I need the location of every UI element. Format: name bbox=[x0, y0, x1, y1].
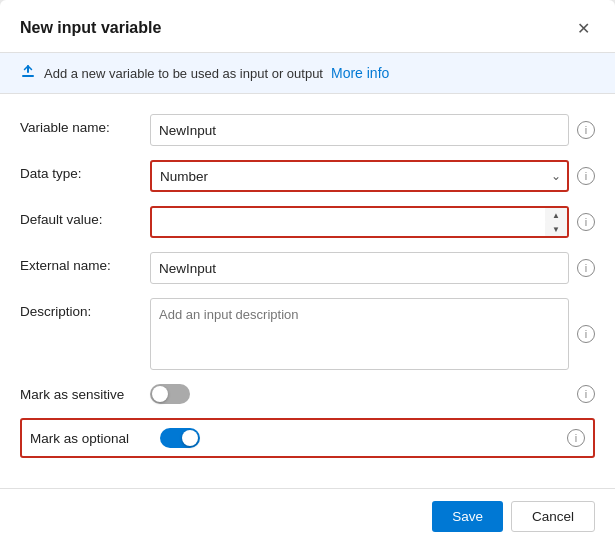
external-name-field: i bbox=[150, 252, 595, 284]
external-name-row: External name: i bbox=[20, 252, 595, 284]
description-textarea[interactable] bbox=[150, 298, 569, 370]
more-info-link[interactable]: More info bbox=[331, 65, 389, 81]
mark-sensitive-field: i bbox=[150, 384, 595, 404]
external-name-info-icon: i bbox=[577, 259, 595, 277]
default-value-input[interactable] bbox=[150, 206, 569, 238]
data-type-select-wrapper: Number Text Boolean List ⌄ bbox=[150, 160, 569, 192]
variable-name-input[interactable] bbox=[150, 114, 569, 146]
external-name-label: External name: bbox=[20, 252, 150, 273]
banner-text: Add a new variable to be used as input o… bbox=[44, 66, 323, 81]
variable-name-info-icon: i bbox=[577, 121, 595, 139]
info-banner: Add a new variable to be used as input o… bbox=[0, 53, 615, 94]
description-info-icon: i bbox=[577, 325, 595, 343]
data-type-label: Data type: bbox=[20, 160, 150, 181]
data-type-info-icon: i bbox=[577, 167, 595, 185]
default-value-info-icon: i bbox=[577, 213, 595, 231]
toggle-thumb-sensitive bbox=[152, 386, 168, 402]
default-value-label: Default value: bbox=[20, 206, 150, 227]
mark-optional-toggle[interactable] bbox=[160, 428, 200, 448]
cancel-button[interactable]: Cancel bbox=[511, 501, 595, 532]
mark-sensitive-info-icon: i bbox=[577, 385, 595, 403]
upload-icon bbox=[20, 63, 36, 83]
save-button[interactable]: Save bbox=[432, 501, 503, 532]
default-value-field: ▲ ▼ i bbox=[150, 206, 595, 238]
mark-sensitive-label: Mark as sensitive bbox=[20, 387, 150, 402]
default-value-row: Default value: ▲ ▼ i bbox=[20, 206, 595, 238]
data-type-select[interactable]: Number Text Boolean List bbox=[150, 160, 569, 192]
dialog-body: Variable name: i Data type: Number Text … bbox=[0, 94, 615, 488]
variable-name-label: Variable name: bbox=[20, 114, 150, 135]
mark-optional-label: Mark as optional bbox=[30, 431, 160, 446]
dialog-footer: Save Cancel bbox=[0, 488, 615, 538]
variable-name-field: i bbox=[150, 114, 595, 146]
toggle-thumb-optional bbox=[182, 430, 198, 446]
mark-sensitive-row: Mark as sensitive i bbox=[20, 384, 595, 404]
variable-name-row: Variable name: i bbox=[20, 114, 595, 146]
mark-optional-field: i bbox=[160, 428, 585, 448]
spinner-up-button[interactable]: ▲ bbox=[545, 208, 567, 222]
description-row: Description: i bbox=[20, 298, 595, 370]
dialog-header: New input variable ✕ bbox=[0, 0, 615, 53]
mark-sensitive-toggle[interactable] bbox=[150, 384, 190, 404]
description-field: i bbox=[150, 298, 595, 370]
mark-optional-info-icon: i bbox=[567, 429, 585, 447]
spinner-down-button[interactable]: ▼ bbox=[545, 222, 567, 236]
mark-optional-row: Mark as optional i bbox=[20, 418, 595, 458]
close-button[interactable]: ✕ bbox=[571, 16, 595, 40]
default-value-wrapper: ▲ ▼ bbox=[150, 206, 569, 238]
data-type-row: Data type: Number Text Boolean List ⌄ i bbox=[20, 160, 595, 192]
svg-rect-0 bbox=[22, 75, 34, 77]
spinner-buttons: ▲ ▼ bbox=[545, 208, 567, 236]
external-name-input[interactable] bbox=[150, 252, 569, 284]
dialog-title: New input variable bbox=[20, 19, 161, 37]
description-label: Description: bbox=[20, 298, 150, 319]
new-input-variable-dialog: New input variable ✕ Add a new variable … bbox=[0, 0, 615, 538]
data-type-field: Number Text Boolean List ⌄ i bbox=[150, 160, 595, 192]
